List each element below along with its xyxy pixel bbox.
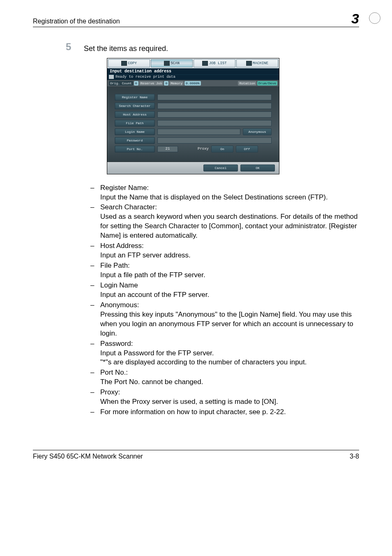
tab-scan[interactable]: SCAN bbox=[151, 59, 193, 67]
item-title: Password: bbox=[100, 340, 133, 348]
search-character-button[interactable]: Search Character bbox=[115, 102, 155, 109]
proxy-off-button[interactable]: Off bbox=[236, 146, 258, 153]
page-corner-ornament bbox=[369, 12, 380, 24]
proxy-label: Proxy bbox=[198, 147, 209, 151]
scan-icon bbox=[164, 61, 170, 66]
copy-icon bbox=[121, 61, 127, 66]
description-list: – Register Name: Input the Name that is … bbox=[90, 183, 359, 417]
item-body: Input a file path of the FTP server. bbox=[100, 271, 205, 279]
item-title: File Path: bbox=[100, 262, 130, 269]
login-name-field[interactable] bbox=[157, 129, 240, 135]
item-title: Login Name bbox=[100, 281, 138, 289]
item-title: Host Address: bbox=[100, 242, 144, 250]
status-text: Ready to receive print data bbox=[115, 75, 175, 79]
item-body: Input an account of the FTP server. bbox=[100, 291, 209, 299]
tab-label: SCAN bbox=[171, 61, 180, 65]
footer-left: Fiery S450 65C-KM Network Scanner bbox=[33, 453, 143, 460]
search-character-field[interactable] bbox=[157, 103, 272, 109]
item-title: Register Name: bbox=[100, 184, 149, 192]
machine-icon bbox=[246, 61, 252, 66]
proxy-on-button[interactable]: On bbox=[211, 146, 233, 153]
dialog-bottom-bar: Cancel OK bbox=[107, 162, 279, 174]
drum-label: Drum/Deve bbox=[257, 81, 277, 86]
host-address-button[interactable]: Host Address bbox=[115, 111, 155, 118]
orig-count-value: 0 bbox=[134, 81, 138, 86]
rotation-label: Rotation bbox=[238, 81, 256, 86]
item-title: Anonymous: bbox=[100, 301, 139, 309]
cancel-button[interactable]: Cancel bbox=[203, 164, 238, 171]
item-body: Used as a search keyword when you search… bbox=[100, 213, 358, 239]
port-no-button[interactable]: Port No. bbox=[115, 146, 155, 153]
item-body: The Port No. cannot be changed. bbox=[100, 378, 203, 386]
status-line: Ready to receive print data bbox=[107, 75, 279, 80]
file-path-button[interactable]: File Path bbox=[115, 120, 155, 127]
reserve-label: Reserve Job bbox=[139, 81, 164, 86]
tab-label: JOB LIST bbox=[209, 61, 226, 65]
item-body: For more information on how to input cha… bbox=[100, 408, 286, 416]
footer-right: 3-8 bbox=[350, 453, 359, 460]
item-body: Input an FTP server address. bbox=[100, 251, 191, 259]
item-body: Input the Name that is displayed on the … bbox=[100, 193, 328, 201]
item-title: Proxy: bbox=[100, 388, 120, 396]
ok-button[interactable]: OK bbox=[240, 164, 275, 171]
password-field[interactable] bbox=[157, 137, 272, 144]
register-name-button[interactable]: Register Name bbox=[115, 94, 155, 101]
item-body: Input a Password for the FTP server. bbox=[100, 349, 214, 357]
step-number: 5 bbox=[66, 41, 84, 53]
device-screenshot: COPY SCAN JOB LIST MACHINE Input destina… bbox=[107, 58, 279, 174]
metrics-bar: Orig. Count 0 Reserve Job 0 Memory 0.000… bbox=[107, 80, 279, 86]
page-footer: Fiery S450 65C-KM Network Scanner 3-8 bbox=[33, 450, 359, 460]
tabs-bar: COPY SCAN JOB LIST MACHINE bbox=[107, 58, 279, 68]
port-no-value: 21 bbox=[157, 146, 178, 152]
dialog-title: Input destination address bbox=[107, 68, 279, 75]
tab-copy[interactable]: COPY bbox=[108, 59, 150, 67]
tab-machine[interactable]: MACHINE bbox=[236, 59, 278, 67]
percent-value: 0.0000% bbox=[184, 81, 201, 86]
tab-label: MACHINE bbox=[253, 61, 268, 65]
host-address-field[interactable] bbox=[157, 111, 272, 118]
tab-label: COPY bbox=[128, 61, 137, 65]
page-header-title: Registration of the destination bbox=[33, 18, 120, 25]
form-area: Register Name Search Character Host Addr… bbox=[107, 86, 279, 162]
item-title: Port No.: bbox=[100, 368, 128, 376]
step-text: Set the items as required. bbox=[84, 41, 168, 53]
login-name-button[interactable]: Login Name bbox=[115, 128, 155, 135]
item-body-extra: "*"s are displayed according to the numb… bbox=[100, 358, 307, 366]
memory-value: 0 bbox=[164, 81, 168, 86]
item-title: Search Character: bbox=[100, 203, 157, 211]
item-body: Pressing this key inputs "Anonymous" to … bbox=[100, 310, 353, 337]
tab-job-list[interactable]: JOB LIST bbox=[194, 59, 235, 67]
memory-label: Memory bbox=[169, 81, 184, 86]
password-button[interactable]: Password bbox=[115, 137, 155, 144]
anonymous-button[interactable]: Anonymous bbox=[243, 128, 272, 135]
item-body: When the Proxy server is used, a setting… bbox=[100, 398, 278, 405]
page-header: Registration of the destination 3 bbox=[33, 12, 359, 27]
file-path-field[interactable] bbox=[157, 120, 272, 126]
register-name-field[interactable] bbox=[157, 94, 272, 100]
printer-icon bbox=[109, 75, 114, 79]
list-icon bbox=[202, 61, 208, 66]
step-row: 5 Set the items as required. bbox=[66, 41, 359, 53]
page-chapter-number: 3 bbox=[351, 12, 359, 25]
orig-count-label: Orig. Count bbox=[109, 81, 133, 86]
